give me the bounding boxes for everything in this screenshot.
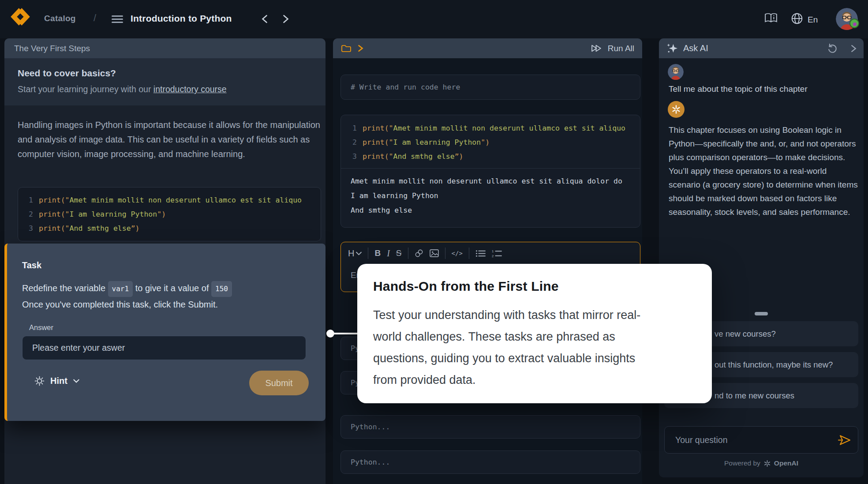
chapter-title: Introduction to Python — [131, 13, 232, 24]
onboarding-tooltip: Hands-On from the First Line Test your u… — [357, 264, 712, 403]
task-card: Task Redefine the variable var1 to give … — [4, 244, 326, 421]
breadcrumb-catalog[interactable]: Catalog — [44, 14, 76, 23]
openai-avatar — [668, 101, 685, 118]
reset-chat-icon[interactable] — [827, 43, 838, 54]
language-selector[interactable]: En — [791, 12, 818, 27]
notebook-panel: Run All # Write and run code here 1print… — [333, 38, 642, 484]
user-message-avatar — [668, 64, 684, 80]
chevron-down-icon — [73, 379, 79, 383]
toolbar-divider — [445, 248, 445, 259]
run-all-icon — [591, 44, 602, 53]
cell-divider — [341, 168, 640, 169]
question-input[interactable] — [675, 435, 838, 445]
numbered-list-button[interactable]: 1 2 — [492, 249, 502, 258]
lesson-panel-header: The Very First Steps — [4, 38, 326, 58]
chevron-down-icon — [356, 251, 362, 255]
code-button[interactable]: </> — [452, 250, 463, 257]
top-bar: Catalog / Introduction to Python En — [0, 0, 868, 38]
ai-response: This chapter focuses on using Boolean lo… — [669, 123, 860, 219]
send-icon[interactable] — [838, 434, 852, 446]
image-button[interactable] — [430, 249, 439, 257]
folder-icon[interactable] — [341, 44, 352, 53]
language-label: En — [808, 15, 818, 25]
promo-heading: Need to cover basics? — [18, 68, 312, 79]
task-title: Task — [22, 260, 311, 270]
notebook-header: Run All — [333, 38, 642, 58]
heading-button[interactable]: H — [348, 248, 362, 259]
openai-logo-icon — [763, 460, 771, 467]
run-all-button[interactable]: Run All — [591, 44, 634, 53]
question-input-wrap — [664, 426, 858, 454]
python-cell[interactable]: Python... — [340, 415, 640, 439]
basics-promo-card: Need to cover basics? Start your learnin… — [4, 58, 326, 105]
svg-text:2: 2 — [492, 254, 494, 257]
task-description: Redefine the variable var1 to give it a … — [22, 281, 311, 312]
code-line: 1print("Amet minim mollit non deserunt u… — [351, 121, 640, 135]
powered-by: Powered by OpenAI — [659, 459, 864, 467]
submit-button[interactable]: Submit — [249, 371, 309, 395]
python-cell[interactable]: Python... — [340, 450, 640, 474]
breadcrumb-chevron-icon — [358, 45, 363, 52]
hint-toggle[interactable]: Hint — [34, 376, 79, 386]
ask-ai-panel: Ask AI Tell me about the topic of this — [659, 38, 864, 477]
chapter-menu-icon[interactable] — [112, 15, 123, 23]
code-line: 2print("I am learning Python") — [351, 135, 640, 150]
ask-ai-header: Ask AI — [659, 38, 864, 58]
collapse-panel-icon[interactable] — [851, 45, 857, 53]
value-chip: 150 — [211, 281, 232, 297]
toolbar-divider — [368, 248, 368, 259]
lightbulb-icon — [34, 376, 45, 386]
formatting-toolbar: H B I S — [341, 242, 640, 264]
bullet-list-icon — [475, 249, 486, 258]
promo-text: Start your learning journey with our int… — [18, 84, 312, 94]
svg-text:1: 1 — [492, 249, 494, 253]
code-line: 3print("And smthg else”) — [351, 150, 640, 164]
bold-button[interactable]: B — [374, 248, 381, 258]
toolbar-divider — [408, 248, 408, 259]
code-line: 3print("And smthg else”) — [27, 221, 321, 236]
user-message: Tell me about the topic of this chapter — [669, 84, 808, 94]
prev-chapter-button[interactable] — [261, 15, 268, 25]
answer-input[interactable] — [22, 336, 306, 360]
toolbar-divider — [469, 248, 469, 259]
code-line: 1print("Amet minim mollit non deserunt u… — [27, 193, 321, 207]
scratch-code-cell[interactable]: # Write and run code here — [340, 75, 640, 100]
brand-logo-icon[interactable] — [10, 7, 31, 28]
breadcrumb-separator: / — [94, 12, 96, 24]
answer-label: Answer — [29, 323, 311, 332]
output-line: And smthg else — [351, 203, 640, 218]
link-button[interactable] — [415, 249, 423, 258]
openai-label: OpenAI — [774, 459, 798, 467]
numbered-list-icon: 1 2 — [492, 249, 502, 258]
output-line: I am learning Python — [351, 188, 640, 203]
tooltip-body: Test your understanding with tasks that … — [373, 304, 655, 391]
tooltip-title: Hands-On from the First Line — [373, 279, 696, 294]
lesson-panel: The Very First Steps Need to cover basic… — [4, 38, 326, 484]
introductory-course-link[interactable]: introductory course — [153, 84, 227, 94]
sparkle-icon — [666, 42, 678, 54]
avatar-status-badge — [849, 19, 859, 28]
link-icon — [415, 249, 423, 258]
lesson-paragraph: Handling images in Python is important b… — [18, 118, 324, 161]
ask-ai-title: Ask AI — [683, 43, 708, 53]
output-line: Amet minim mollit non deserunt ullamco e… — [351, 174, 640, 188]
app-window: Catalog / Introduction to Python En — [0, 0, 868, 484]
lesson-title: The Very First Steps — [14, 44, 90, 53]
globe-icon — [791, 12, 803, 27]
code-output-cell[interactable]: 1print("Amet minim mollit non deserunt u… — [340, 115, 640, 228]
glossary-book-icon[interactable] — [764, 12, 778, 26]
scratch-placeholder: # Write and run code here — [351, 83, 460, 91]
strikethrough-button[interactable]: S — [396, 248, 402, 258]
lesson-code-block: 1print("Amet minim mollit non deserunt u… — [18, 187, 321, 241]
drag-handle[interactable] — [755, 312, 768, 315]
image-icon — [430, 249, 439, 257]
var-chip: var1 — [108, 281, 133, 297]
code-line: 2print("I am learning Python") — [27, 207, 321, 221]
hint-label: Hint — [50, 376, 67, 386]
tooltip-connector-dot — [326, 330, 334, 338]
bullet-list-button[interactable] — [475, 249, 486, 258]
next-chapter-button[interactable] — [282, 15, 289, 25]
italic-button[interactable]: I — [387, 248, 390, 259]
